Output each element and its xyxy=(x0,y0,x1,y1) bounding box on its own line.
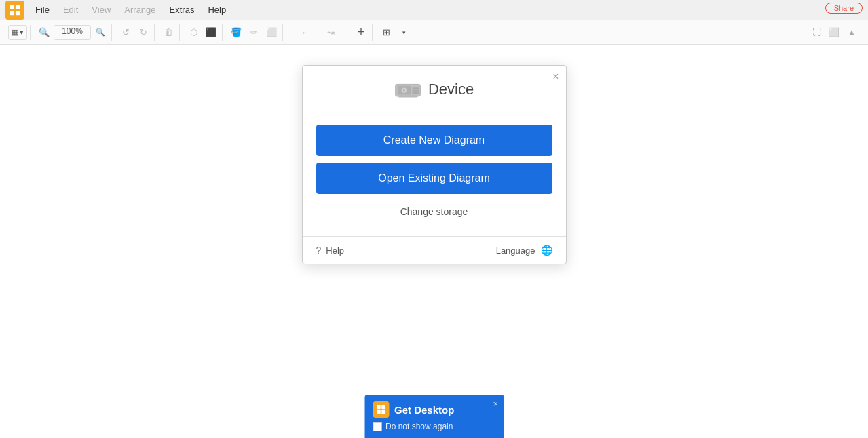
notification-header: Get Desktop xyxy=(373,401,495,418)
device-icon xyxy=(394,79,421,100)
svg-rect-13 xyxy=(377,405,381,410)
insert-group: + xyxy=(350,24,373,41)
toolbar: ▦ ▾ 🔍 100% 🔍 ↺ ↻ 🗑 ⬡ ⬛ 🪣 ✏ ⬜ → ↝ + ⊞ ▾ xyxy=(0,20,868,45)
format-button[interactable]: ⬡ xyxy=(185,24,202,41)
top-bar: File Edit View Arrange Extras Help Share xyxy=(0,0,868,20)
share-button[interactable]: Share xyxy=(825,3,863,14)
table-dropdown-button[interactable]: ▾ xyxy=(396,24,412,41)
table-button[interactable]: ⊞ xyxy=(378,24,394,41)
app-logo xyxy=(5,1,24,20)
connection-group: → ↝ xyxy=(286,24,347,41)
svg-rect-11 xyxy=(412,92,419,94)
fill-color-button[interactable]: 🪣 xyxy=(228,24,244,41)
menu-view[interactable]: View xyxy=(86,3,116,16)
notification-logo xyxy=(373,401,389,418)
create-new-diagram-button[interactable]: Create New Diagram xyxy=(316,125,552,156)
waypoint-button[interactable]: → xyxy=(288,24,316,41)
sidebar-toggle-button[interactable]: ⬜ xyxy=(826,24,842,41)
dialog-overlay: × D xyxy=(0,45,868,438)
page-group: ▦ ▾ xyxy=(5,25,31,40)
language-link[interactable]: Language 🌐 xyxy=(496,245,552,256)
color-group: 🪣 ✏ ⬜ xyxy=(225,24,283,41)
svg-point-8 xyxy=(403,89,404,91)
zoom-value[interactable]: 100% xyxy=(54,25,91,40)
undo-button[interactable]: ↺ xyxy=(117,24,134,41)
notification-title: Get Desktop xyxy=(394,404,454,416)
undo-group: ↺ ↻ xyxy=(115,24,155,41)
do-not-show-label: Do not show again xyxy=(385,422,453,431)
svg-rect-12 xyxy=(398,95,417,97)
zoom-out-button[interactable]: 🔍 xyxy=(36,24,52,41)
format-group: ⬡ ⬛ xyxy=(183,24,223,41)
svg-rect-10 xyxy=(412,89,419,91)
menu-help[interactable]: Help xyxy=(202,3,231,16)
shape-button[interactable]: ⬜ xyxy=(263,24,280,41)
help-icon: ? xyxy=(316,245,322,256)
dialog-body: Create New Diagram Open Existing Diagram… xyxy=(303,111,566,236)
line-color-button[interactable]: ✏ xyxy=(246,24,262,41)
zoom-in-button[interactable]: 🔍 xyxy=(92,24,109,41)
dialog-title: Device xyxy=(428,81,474,98)
help-label: Help xyxy=(326,245,344,256)
svg-rect-15 xyxy=(377,410,381,414)
canvas-area: × D xyxy=(0,45,868,438)
svg-rect-3 xyxy=(16,10,20,14)
connection-button[interactable]: ↝ xyxy=(317,24,344,41)
notification-close-button[interactable]: × xyxy=(493,399,498,409)
language-label: Language xyxy=(496,245,535,256)
insert-button[interactable]: + xyxy=(353,24,369,41)
delete-group: 🗑 xyxy=(157,24,180,41)
right-toolbar-group: ⛶ ⬜ ▲ xyxy=(806,24,863,41)
do-not-show-checkbox[interactable] xyxy=(373,422,381,431)
collapse-button[interactable]: ▲ xyxy=(844,24,860,41)
menu-file[interactable]: File xyxy=(30,3,55,16)
fullscreen-button[interactable]: ⛶ xyxy=(808,24,825,41)
table-group: ⊞ ▾ xyxy=(375,24,415,41)
redo-button[interactable]: ↻ xyxy=(135,24,151,41)
globe-icon: 🌐 xyxy=(541,245,552,256)
dialog-close-button[interactable]: × xyxy=(552,71,559,82)
svg-rect-1 xyxy=(16,5,20,9)
delete-button[interactable]: 🗑 xyxy=(160,24,176,41)
dialog-footer: ? Help Language 🌐 xyxy=(303,236,566,264)
device-dialog: × D xyxy=(302,65,567,264)
menu-extras[interactable]: Extras xyxy=(164,3,200,16)
svg-rect-2 xyxy=(10,10,14,14)
svg-rect-16 xyxy=(381,410,385,414)
svg-rect-14 xyxy=(381,405,385,410)
open-existing-diagram-button[interactable]: Open Existing Diagram xyxy=(316,163,552,194)
menu-bar: File Edit View Arrange Extras Help xyxy=(30,3,231,16)
svg-rect-9 xyxy=(412,87,419,89)
help-link[interactable]: ? Help xyxy=(316,245,345,256)
menu-edit[interactable]: Edit xyxy=(58,3,83,16)
zoom-group: 🔍 100% 🔍 xyxy=(33,24,112,41)
dialog-header: Device xyxy=(303,66,566,111)
change-storage-link[interactable]: Change storage xyxy=(316,201,552,222)
style-button[interactable]: ⬛ xyxy=(203,24,219,41)
notification-checkbox-row: Do not show again xyxy=(373,422,495,431)
menu-arrange[interactable]: Arrange xyxy=(119,3,161,16)
svg-rect-0 xyxy=(10,5,14,9)
bottom-notification: × Get Desktop Do not show again xyxy=(364,395,504,438)
page-selector[interactable]: ▦ ▾ xyxy=(8,25,27,40)
